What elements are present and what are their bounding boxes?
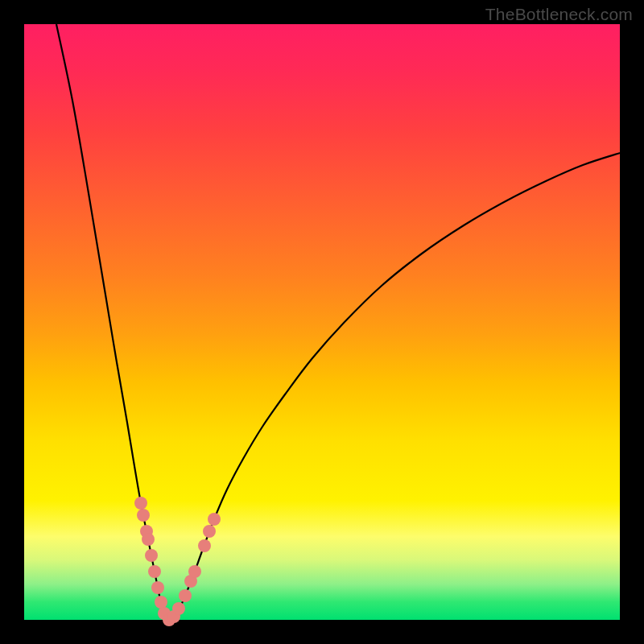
watermark-text: TheBottleneck.com (485, 5, 633, 24)
curve-layer (24, 24, 620, 620)
highlight-marker (145, 549, 158, 562)
highlight-marker (142, 533, 155, 546)
highlight-marker (134, 497, 147, 510)
plot-area (24, 24, 620, 620)
highlight-markers-group (134, 497, 221, 626)
highlight-marker (208, 513, 221, 526)
highlight-marker (151, 581, 164, 594)
highlight-marker (179, 589, 192, 602)
highlight-marker (137, 509, 150, 522)
chart-frame: TheBottleneck.com (0, 0, 644, 644)
highlight-marker (188, 565, 201, 578)
highlight-marker (155, 596, 167, 609)
right-branch-line (169, 153, 620, 620)
highlight-marker (148, 565, 161, 578)
highlight-marker (198, 539, 211, 552)
highlight-marker (203, 525, 216, 538)
highlight-marker (172, 602, 185, 615)
